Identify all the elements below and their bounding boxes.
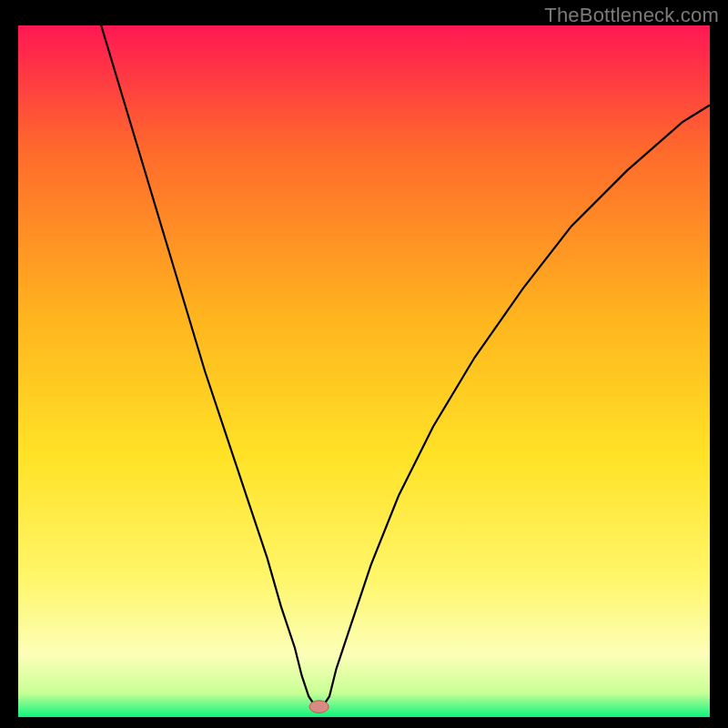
plot-area xyxy=(18,25,710,717)
gradient-background xyxy=(18,25,710,717)
optimal-point-marker xyxy=(309,701,329,713)
watermark-text: TheBottleneck.com xyxy=(544,4,719,27)
chart-frame: TheBottleneck.com xyxy=(0,0,728,728)
bottleneck-chart-svg xyxy=(18,25,710,717)
